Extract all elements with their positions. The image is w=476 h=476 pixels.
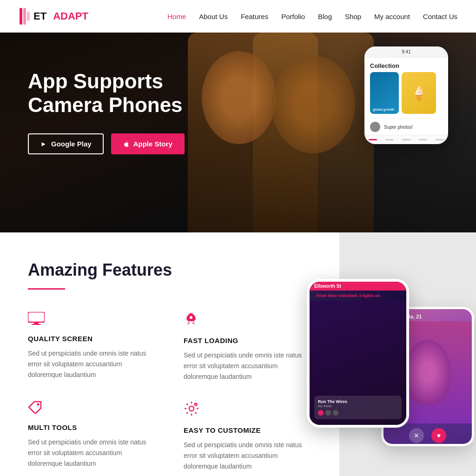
hero-title: App Supports Camera Phones <box>28 70 232 117</box>
feature-desc-fast: Sed ut perspiciatis unde omnis iste natu… <box>184 350 311 382</box>
svg-point-7 <box>37 403 40 406</box>
android-icon <box>40 140 47 148</box>
nav-portfolio[interactable]: Porfolio <box>281 13 305 20</box>
right-phone-1-screen: Ellsworth St Front door unlocked. 4 ligh… <box>310 282 406 425</box>
tag-icon <box>28 401 156 417</box>
google-play-button[interactable]: Google Play <box>28 133 104 154</box>
phone1-location-bar: Ellsworth St <box>310 282 406 291</box>
phone2-action-heart[interactable]: ♥ <box>431 428 446 443</box>
monitor-icon <box>28 312 156 328</box>
phone-nav-4 <box>419 139 427 140</box>
hero-section: App Supports Camera Phones Google Play A… <box>0 33 476 232</box>
apple-story-button[interactable]: Apple Story <box>111 133 185 154</box>
features-grid: QUALITY SCREEN Sed ut perspiciatis unde … <box>28 312 311 472</box>
music-controls <box>318 410 398 416</box>
phone-nav-5 <box>436 139 444 140</box>
feature-desc-tools: Sed ut perspiciatis unde omnis iste natu… <box>28 437 156 469</box>
right-panel: Ellsworth St Front door unlocked. 4 ligh… <box>339 232 476 476</box>
logo[interactable]: ET ADAPT <box>19 8 88 25</box>
feature-fast-loading: FAST LOADING Sed ut perspiciatis unde om… <box>184 312 311 382</box>
features-title: Amazing Features <box>28 260 311 280</box>
svg-rect-2 <box>27 12 30 21</box>
svg-rect-1 <box>23 8 26 25</box>
feature-title-tools: MULTI TOOLS <box>28 423 156 431</box>
nav-shop[interactable]: Shop <box>345 13 361 20</box>
logo-icon <box>19 8 32 25</box>
feature-desc-customize: Sed ut perspiciatis unde omnis iste natu… <box>184 440 311 472</box>
apple-icon <box>123 140 130 148</box>
svg-point-8 <box>189 406 194 411</box>
phone1-sub-location: Front door unlocked. 4 lights on. <box>310 291 406 301</box>
nav-home[interactable]: Home <box>167 13 186 20</box>
logo-et-text: ET <box>33 10 46 22</box>
phone-card-yellow <box>402 72 436 114</box>
section-divider <box>28 288 65 290</box>
feature-title-quality: QUALITY SCREEN <box>28 335 156 343</box>
phone-collection-header: Collection <box>364 58 448 72</box>
feature-multi-tools: MULTI TOOLS Sed ut perspiciatis unde omn… <box>28 401 156 472</box>
feature-easy-customize: EASY TO CUSTOMIZE Sed ut perspiciatis un… <box>184 401 311 472</box>
music-player: Run The Wires No Mule <box>314 396 402 419</box>
feature-desc-quality: Sed ut perspiciatis unde omnis iste natu… <box>28 348 156 380</box>
features-section: Amazing Features QUALITY SCREEN Sed ut p… <box>0 232 339 476</box>
phone2-action-close[interactable]: ✕ <box>409 428 424 443</box>
header: ET ADAPT Home About Us Features Porfolio… <box>0 0 476 33</box>
svg-rect-3 <box>28 312 45 322</box>
nav-blog[interactable]: Blog <box>318 13 332 20</box>
phone-nav-home <box>369 139 377 140</box>
hero-phone-mockup: 9:41 Collection global growth Super phot… <box>364 46 448 144</box>
main-nav: Home About Us Features Porfolio Blog Sho… <box>167 13 457 20</box>
logo-adapt-text: ADAPT <box>53 10 88 22</box>
nav-about[interactable]: About Us <box>199 13 228 20</box>
phone-user-avatar <box>370 122 380 132</box>
phone-nav-3 <box>402 139 410 140</box>
gear-icon <box>184 401 311 420</box>
phone-card-blue: global growth <box>370 72 399 114</box>
svg-point-6 <box>190 316 192 319</box>
right-phone-1: Ellsworth St Front door unlocked. 4 ligh… <box>307 279 409 428</box>
phone-statusbar: 9:41 <box>364 46 448 58</box>
right-phone-1-container: Ellsworth St Front door unlocked. 4 ligh… <box>307 279 409 428</box>
phone1-art-area: Run The Wires No Mule <box>310 301 406 425</box>
phone-navbar <box>364 135 448 144</box>
main-layout: Amazing Features QUALITY SCREEN Sed ut p… <box>0 232 476 476</box>
feature-title-customize: EASY TO CUSTOMIZE <box>184 426 311 434</box>
svg-rect-5 <box>32 324 41 325</box>
nav-contact[interactable]: Contact Us <box>423 13 457 20</box>
rocket-icon <box>184 312 311 330</box>
feature-title-fast: FAST LOADING <box>184 337 311 344</box>
nav-features[interactable]: Features <box>241 13 268 20</box>
svg-rect-4 <box>34 322 39 324</box>
feature-quality-screen: QUALITY SCREEN Sed ut perspiciatis unde … <box>28 312 156 382</box>
phone-cards: global growth <box>364 72 448 119</box>
svg-rect-0 <box>20 8 22 25</box>
phone-footer: Super photos! <box>364 119 448 135</box>
nav-account[interactable]: My account <box>374 13 410 20</box>
phone-nav-2 <box>385 139 394 140</box>
